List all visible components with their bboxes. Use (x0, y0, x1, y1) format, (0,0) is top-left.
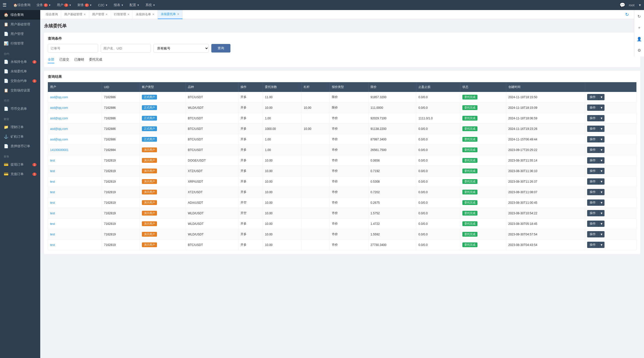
nav-item-finance[interactable]: 财务 2 ▼ (74, 0, 95, 10)
action-dropdown-button[interactable]: ▼ (598, 231, 605, 237)
right-sidebar-plus-icon[interactable]: ＋ (635, 24, 643, 31)
tab-perp-order-close[interactable]: ✕ (177, 13, 179, 16)
right-sidebar-user-icon[interactable]: 👤 (635, 35, 643, 43)
right-sidebar-refresh-icon[interactable]: ↻ (635, 13, 643, 20)
col-action (585, 82, 636, 92)
nav-item-config[interactable]: 配置 ▼ (127, 0, 142, 10)
user-link[interactable]: test (50, 222, 55, 226)
sidebar-user-mgmt-label: 用户管理 (11, 32, 24, 36)
order-no-input[interactable] (48, 44, 98, 53)
tab-user-basic-close[interactable]: ✕ (84, 13, 86, 16)
tab-overview[interactable]: 综合查询 (43, 10, 61, 19)
action-dropdown-button[interactable]: ▼ (598, 126, 605, 132)
action-dropdown-button[interactable]: ▼ (598, 168, 605, 174)
user-link[interactable]: test (50, 180, 55, 183)
user-link[interactable]: asd@qq.com (50, 117, 68, 120)
action-button[interactable]: 操作 (587, 168, 598, 174)
filter-tab-submitted[interactable]: 已提交 (59, 56, 69, 63)
cell-quantity: 10.00 (263, 229, 302, 240)
action-dropdown-button[interactable]: ▼ (598, 136, 605, 142)
search-button[interactable]: 查询 (211, 44, 230, 53)
sidebar-item-user-mgmt[interactable]: 📄 用户管理 (0, 29, 40, 39)
user-link[interactable]: test (50, 169, 55, 173)
user-link[interactable]: test (50, 212, 55, 215)
sidebar-item-market-mgmt[interactable]: 📊 行情管理 (0, 39, 40, 48)
action-dropdown-button[interactable]: ▼ (598, 94, 605, 100)
user-link[interactable]: asd@qq.com (50, 138, 68, 141)
sidebar-item-perpetual-order[interactable]: 📄 永续委托单 (0, 67, 40, 76)
user-link[interactable]: test (50, 243, 55, 247)
action-dropdown-button[interactable]: ▼ (598, 210, 605, 216)
sidebar-item-withdraw-order[interactable]: 💳 提现订单 1 (0, 160, 40, 169)
nav-item-home[interactable]: 🏠 综合查询 (10, 0, 33, 10)
action-button[interactable]: 操作 (587, 105, 598, 111)
action-dropdown-button[interactable]: ▼ (598, 105, 605, 111)
action-button[interactable]: 操作 (587, 157, 598, 164)
sidebar-item-contract-order[interactable]: 📄 交割合约单 1 (0, 76, 40, 86)
action-button[interactable]: 操作 (587, 221, 598, 227)
sidebar-item-pledge-order[interactable]: 📄 质押借币订单 (0, 141, 40, 151)
user-link[interactable]: asd@qq.com (50, 127, 68, 131)
action-dropdown-button[interactable]: ▼ (598, 178, 605, 185)
action-button[interactable]: 操作 (587, 189, 598, 195)
tab-market-mgmt[interactable]: 行情管理 ✕ (111, 10, 133, 19)
nav-item-c2c[interactable]: C2C ▼ (95, 0, 111, 10)
right-sidebar-settings-icon[interactable]: ⚙ (635, 46, 643, 54)
user-link[interactable]: test (50, 190, 55, 194)
action-dropdown-button[interactable]: ▼ (598, 157, 605, 164)
account-type-select[interactable]: 所有账号 正式用户 演示用户 (153, 44, 209, 53)
action-button[interactable]: 操作 (587, 147, 598, 153)
action-button[interactable]: 操作 (587, 178, 598, 185)
tab-user-basic[interactable]: 用户基础管理 ✕ (61, 10, 89, 19)
sidebar-item-mining-order[interactable]: ⚓ 矿机订单 (0, 132, 40, 141)
nav-item-system[interactable]: 系统 ▼ (142, 0, 158, 10)
filter-tab-cancelled[interactable]: 已撤销 (74, 56, 84, 63)
sidebar-item-contract-control[interactable]: 📋 交割场控设置 (0, 86, 40, 95)
user-link[interactable]: asd@qq.com (50, 95, 68, 99)
sidebar-item-perpetual-position[interactable]: 📄 永续持仓单 2 (0, 57, 40, 67)
sidebar-item-deposit-order[interactable]: 💳 充值订单 1 (0, 169, 40, 179)
nav-item-report[interactable]: 报表 ▼ (111, 0, 127, 10)
action-dropdown-button[interactable]: ▼ (598, 115, 605, 121)
user-link[interactable]: test (50, 201, 55, 204)
sidebar-item-overview[interactable]: 🏠 综合查询 (0, 10, 40, 20)
tab-user-mgmt[interactable]: 用户管理 ✕ (89, 10, 111, 19)
sidebar-item-user-basic[interactable]: 📋 用户基础管理 (0, 20, 40, 29)
tab-market-close[interactable]: ✕ (127, 13, 130, 16)
action-button[interactable]: 操作 (587, 94, 598, 100)
tab-perp-pos-close[interactable]: ✕ (152, 13, 154, 16)
action-button[interactable]: 操作 (587, 126, 598, 132)
nav-item-business[interactable]: 业务 3 ▼ (33, 0, 54, 10)
action-button[interactable]: 操作 (587, 242, 598, 248)
action-dropdown-button[interactable]: ▼ (598, 147, 605, 153)
tab-perp-position[interactable]: 永续持仓单 ✕ (133, 10, 158, 19)
action-dropdown-button[interactable]: ▼ (598, 242, 605, 248)
action-button[interactable]: 操作 (587, 231, 598, 237)
menu-toggle-icon[interactable]: ☰ (3, 2, 7, 8)
action-button[interactable]: 操作 (587, 210, 598, 216)
sidebar-item-wealth-order[interactable]: 📁 理财订单 (0, 122, 40, 132)
filter-tab-completed[interactable]: 委托完成 (89, 56, 102, 63)
tab-user-mgmt-close[interactable]: ✕ (105, 13, 108, 16)
tab-perp-order[interactable]: 永续委托单 ✕ (158, 10, 183, 19)
action-dropdown-button[interactable]: ▼ (598, 199, 605, 206)
user-name[interactable]: root (629, 3, 634, 7)
user-basic-icon: 📋 (4, 22, 9, 27)
action-button[interactable]: 操作 (587, 115, 598, 121)
user-search-input[interactable] (101, 44, 151, 53)
sidebar-item-spot-trading[interactable]: 📄 币币交易单 (0, 104, 40, 114)
nav-item-user[interactable]: 用户 3 ▼ (54, 0, 74, 10)
refresh-icon[interactable]: ↻ (625, 12, 629, 17)
user-link[interactable]: 14100000001 (50, 148, 68, 152)
filter-tab-all[interactable]: 全部 (48, 56, 54, 63)
action-dropdown-button[interactable]: ▼ (598, 189, 605, 195)
user-link[interactable]: asd@qq.com (50, 106, 68, 110)
action-button[interactable]: 操作 (587, 136, 598, 142)
cell-symbol: BTC/USDT (186, 134, 238, 145)
action-dropdown-button[interactable]: ▼ (598, 221, 605, 227)
user-link[interactable]: test (50, 159, 55, 162)
chat-icon[interactable]: 💬 (620, 2, 625, 8)
action-button[interactable]: 操作 (587, 199, 598, 206)
user-link[interactable]: test (50, 233, 55, 236)
user-dropdown-arrow[interactable]: ▼ (638, 3, 641, 7)
